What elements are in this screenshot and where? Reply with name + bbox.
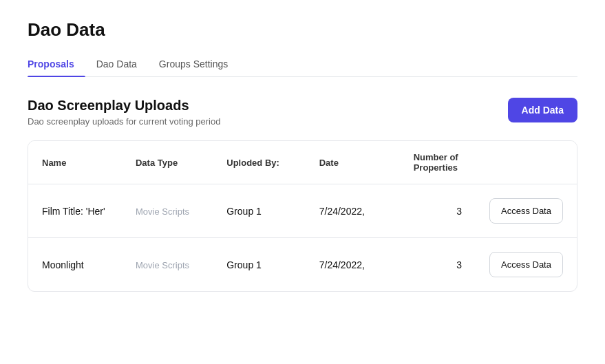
data-type-value-2: Movie Scripts [136, 260, 189, 270]
table-row: Film Title: 'Her' Movie Scripts Group 1 … [28, 184, 577, 238]
cell-number-1: 3 [400, 184, 476, 238]
col-header-date: Date [306, 141, 400, 184]
col-header-uploaded-by: Uploded By: [213, 141, 305, 184]
cell-name-2: Moonlight [28, 238, 122, 292]
cell-number-2: 3 [400, 238, 476, 292]
cell-uploaded-by-2: Group 1 [213, 238, 305, 292]
tab-dao-data[interactable]: Dao Data [85, 52, 148, 76]
main-content: Dao Screenplay Uploads Dao screenplay up… [0, 77, 605, 312]
data-table: Name Data Type Uploded By: Date Number o… [28, 141, 577, 291]
cell-data-type-2: Movie Scripts [122, 238, 213, 292]
cell-action-1: Access Data [476, 184, 577, 238]
cell-date-1: 7/24/2022, [306, 184, 400, 238]
tab-groups-settings[interactable]: Groups Settings [148, 52, 239, 76]
access-data-button-1[interactable]: Access Data [489, 198, 563, 224]
section-title: Dao Screenplay Uploads [28, 98, 220, 114]
page-header: Dao Data [0, 0, 605, 41]
col-header-action [476, 141, 577, 184]
section-subtitle: Dao screenplay uploads for current votin… [28, 116, 220, 127]
cell-date-2: 7/24/2022, [306, 238, 400, 292]
cell-uploaded-by-1: Group 1 [213, 184, 305, 238]
tab-proposals[interactable]: Proposals [28, 52, 85, 76]
access-data-button-2[interactable]: Access Data [489, 252, 563, 277]
data-table-container: Name Data Type Uploded By: Date Number o… [28, 140, 577, 292]
section-header: Dao Screenplay Uploads Dao screenplay up… [28, 98, 577, 127]
tabs-nav: Proposals Dao Data Groups Settings [28, 52, 577, 77]
cell-name-1: Film Title: 'Her' [28, 184, 122, 238]
col-header-name: Name [28, 141, 122, 184]
cell-data-type-1: Movie Scripts [122, 184, 213, 238]
data-type-value-1: Movie Scripts [136, 206, 189, 217]
cell-action-2: Access Data [476, 238, 577, 292]
table-row: Moonlight Movie Scripts Group 1 7/24/202… [28, 238, 577, 292]
add-data-button[interactable]: Add Data [508, 98, 577, 122]
section-title-group: Dao Screenplay Uploads Dao screenplay up… [28, 98, 220, 127]
table-header-row: Name Data Type Uploded By: Date Number o… [28, 141, 577, 184]
col-header-number-of-properties: Number of Properties [400, 141, 476, 184]
page-title: Dao Data [28, 19, 577, 41]
col-header-data-type: Data Type [122, 141, 213, 184]
